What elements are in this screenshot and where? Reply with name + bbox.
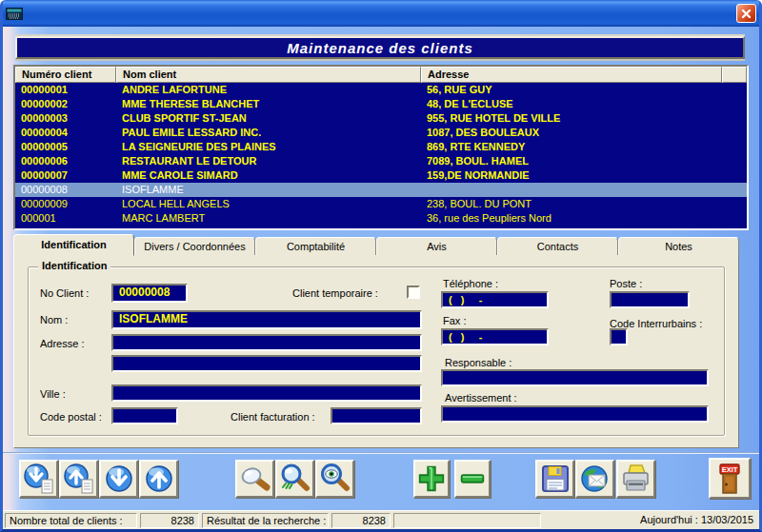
cell-nom: CLUB SPORTIF ST-JEAN bbox=[116, 111, 421, 126]
code-postal-label: Code postal : bbox=[40, 411, 102, 423]
print-button[interactable] bbox=[616, 460, 655, 498]
nom-field[interactable]: ISOFLAMME bbox=[111, 310, 422, 329]
tab-comptabilite[interactable]: Comptabilité bbox=[255, 237, 376, 256]
tab-divers-coordonnees[interactable]: Divers / Coordonnées bbox=[134, 237, 255, 256]
fax-field[interactable]: ( ) - bbox=[441, 328, 549, 345]
cell-adresse: 869, RTE KENNEDY bbox=[421, 140, 722, 154]
table-row[interactable]: 00000007 MME CAROLE SIMARD 159,DE NORMAN… bbox=[15, 168, 747, 183]
ville-label: Ville : bbox=[40, 388, 66, 400]
page-title: Maintenance des clients bbox=[287, 40, 473, 56]
cell-numero: 000001 bbox=[15, 211, 116, 226]
search-result-value: 8238 bbox=[331, 513, 391, 528]
table-row[interactable]: 00000001 ANDRE LAFORTUNE 56, RUE GUY bbox=[15, 83, 747, 97]
app-window: Maintenance des clients Numéro client No… bbox=[0, 0, 762, 532]
tab-identification[interactable]: Identification bbox=[13, 234, 134, 256]
goto-last-page-button[interactable] bbox=[19, 460, 58, 498]
total-clients-label: Nombre total de clients : bbox=[5, 513, 137, 528]
cell-numero: 00000004 bbox=[15, 126, 116, 140]
cell-nom: MARC LAMBERT bbox=[116, 211, 421, 226]
ville-field[interactable] bbox=[111, 384, 422, 402]
form-header: Maintenance des clients bbox=[15, 36, 745, 59]
cell-nom: RESTAURANT LE DETOUR bbox=[116, 154, 421, 168]
status-bar: Nombre total de clients : 8238 Résultat … bbox=[3, 510, 759, 529]
arrow-up-icon bbox=[143, 463, 175, 495]
cell-numero: 00000003 bbox=[15, 111, 116, 126]
table-header-row: Numéro client Nom client Adresse bbox=[15, 67, 747, 83]
status-spacer-panel bbox=[393, 513, 541, 528]
view-record-button[interactable] bbox=[315, 460, 354, 498]
cell-numero: 00000006 bbox=[15, 154, 116, 168]
client-table[interactable]: Numéro client Nom client Adresse 0000000… bbox=[13, 65, 749, 230]
exit-button[interactable]: EXIT bbox=[709, 458, 751, 499]
no-client-field[interactable]: 00000008 bbox=[111, 284, 188, 303]
tab-avis[interactable]: Avis bbox=[376, 237, 497, 256]
cell-adresse: 56, RUE GUY bbox=[421, 83, 722, 97]
previous-record-button[interactable] bbox=[139, 460, 178, 498]
code-interurbains-field[interactable] bbox=[610, 328, 628, 345]
close-button[interactable] bbox=[736, 4, 756, 23]
remove-client-button[interactable] bbox=[454, 460, 491, 498]
send-mail-button[interactable] bbox=[575, 460, 614, 498]
page-up-list-icon bbox=[63, 463, 95, 495]
table-row[interactable]: 00000005 LA SEIGNEURIE DES PLAINES 869, … bbox=[15, 140, 747, 154]
client-temporaire-label: Client temporaire : bbox=[292, 287, 378, 299]
cell-adresse: 159,DE NORMANDIE bbox=[421, 168, 722, 183]
poste-label: Poste : bbox=[610, 278, 642, 289]
adresse-field-1[interactable] bbox=[111, 334, 422, 351]
client-facturation-field[interactable] bbox=[331, 407, 422, 424]
add-client-button[interactable] bbox=[413, 460, 450, 498]
cell-numero: 00000007 bbox=[15, 168, 116, 183]
cell-adresse: 955, RUE HOTEL DE VILLE bbox=[421, 111, 722, 126]
add-icon bbox=[416, 463, 447, 494]
no-client-label: No Client : bbox=[40, 287, 89, 299]
today-date: Aujourd'hui : 13/03/2015 bbox=[544, 513, 757, 528]
tab-notes[interactable]: Notes bbox=[618, 237, 739, 256]
tab-contacts[interactable]: Contacts bbox=[497, 237, 618, 256]
remove-icon bbox=[457, 463, 488, 494]
toolbar-divider bbox=[3, 452, 759, 454]
search-detail-button[interactable] bbox=[275, 460, 314, 498]
cell-nom: MME THERESE BLANCHET bbox=[116, 97, 421, 111]
tab-strip: Identification Divers / Coordonnées Comp… bbox=[13, 237, 739, 256]
tab-panel-identification: Identification No Client : 00000008 Clie… bbox=[13, 255, 739, 448]
telephone-field[interactable]: ( ) - bbox=[441, 291, 549, 308]
table-row[interactable]: 00000003 CLUB SPORTIF ST-JEAN 955, RUE H… bbox=[15, 111, 747, 126]
groupbox-title: Identification bbox=[38, 260, 110, 271]
cell-adresse bbox=[421, 183, 722, 197]
nom-label: Nom : bbox=[40, 314, 68, 325]
next-record-button[interactable] bbox=[99, 460, 138, 498]
table-row[interactable]: 000001 MARC LAMBERT 36, rue des Peuplier… bbox=[15, 211, 747, 226]
column-header-adresse[interactable]: Adresse bbox=[421, 67, 722, 83]
cell-adresse: 36, rue des Peupliers Nord bbox=[421, 211, 722, 226]
poste-field[interactable] bbox=[610, 291, 690, 308]
cell-nom: LA SEIGNEURIE DES PLAINES bbox=[116, 140, 421, 154]
adresse-field-2[interactable] bbox=[111, 355, 422, 372]
close-icon bbox=[740, 8, 752, 20]
goto-first-page-button[interactable] bbox=[59, 460, 98, 498]
title-bar[interactable] bbox=[0, 0, 762, 27]
print-icon bbox=[620, 463, 652, 495]
table-row[interactable]: 00000004 PAUL EMILE LESSARD INC. 1087, D… bbox=[15, 126, 747, 140]
cell-adresse: 48, DE L'ECLUSE bbox=[421, 97, 722, 111]
table-row[interactable]: 00000006 RESTAURANT LE DETOUR 7089, BOUL… bbox=[15, 154, 747, 168]
exit-door-icon: EXIT bbox=[712, 462, 747, 496]
keyboard-icon bbox=[6, 6, 23, 21]
column-header-numero[interactable]: Numéro client bbox=[15, 67, 116, 83]
cell-nom: LOCAL HELL ANGELS bbox=[116, 197, 421, 211]
responsable-field[interactable] bbox=[441, 369, 709, 386]
save-floppy-icon bbox=[539, 463, 572, 495]
code-postal-field[interactable] bbox=[111, 407, 178, 424]
column-header-nom[interactable]: Nom client bbox=[116, 67, 421, 83]
table-row[interactable]: 00000009 LOCAL HELL ANGELS 238, BOUL. DU… bbox=[15, 197, 747, 211]
save-button[interactable] bbox=[535, 460, 574, 498]
table-row-selected[interactable]: 00000008 ISOFLAMME bbox=[15, 183, 747, 197]
client-temporaire-checkbox[interactable] bbox=[407, 286, 420, 299]
table-row[interactable]: 00000002 MME THERESE BLANCHET 48, DE L'E… bbox=[15, 97, 747, 111]
search-result-label: Résultat de la recherche : bbox=[202, 513, 329, 528]
client-facturation-label: Client facturation : bbox=[231, 411, 315, 423]
avertissement-field[interactable] bbox=[441, 405, 709, 423]
search-button[interactable] bbox=[235, 460, 274, 498]
client-area: Maintenance des clients Numéro client No… bbox=[3, 27, 759, 529]
cell-adresse: 1087, DES BOULEAUX bbox=[421, 126, 722, 140]
cell-numero: 00000009 bbox=[15, 197, 116, 211]
